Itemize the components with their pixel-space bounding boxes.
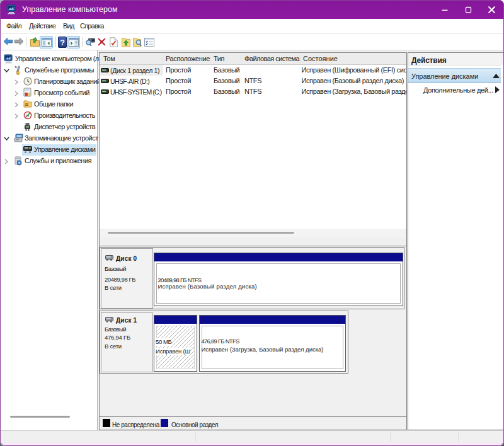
- svg-text:?: ?: [60, 38, 65, 47]
- svg-text:22: 22: [25, 103, 29, 106]
